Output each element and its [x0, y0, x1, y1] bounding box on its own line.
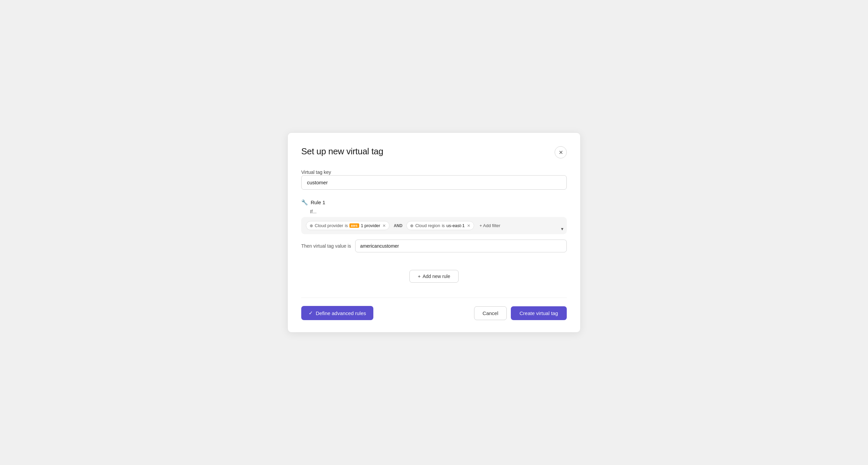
cancel-button[interactable]: Cancel [474, 306, 507, 320]
aws-badge: aws [349, 223, 359, 228]
cloud-region-globe-icon: ⊕ [410, 223, 413, 228]
add-filter-button[interactable]: + Add filter [477, 221, 503, 230]
modal-header: Set up new virtual tag ✕ [301, 146, 567, 158]
define-rules-label: Define advanced rules [316, 310, 366, 316]
rule-icon: 🔧 [301, 199, 308, 206]
add-rule-label: Add new rule [423, 274, 450, 279]
close-button[interactable]: ✕ [555, 146, 567, 158]
add-rule-container: + Add new rule [301, 262, 567, 285]
and-label: AND [392, 223, 404, 228]
modal-overlay: Set up new virtual tag ✕ Virtual tag key… [0, 0, 868, 465]
virtual-tag-key-input[interactable] [301, 175, 567, 190]
then-value-input[interactable] [355, 240, 567, 252]
virtual-tag-key-label: Virtual tag key [301, 169, 331, 175]
define-rules-check-icon: ✓ [309, 310, 313, 316]
cloud-provider-chip: ⊕ Cloud provider is aws 1 provider ✕ [306, 221, 390, 230]
modal-title: Set up new virtual tag [301, 146, 383, 157]
cloud-provider-close-icon[interactable]: ✕ [382, 223, 386, 228]
virtual-tag-key-section: Virtual tag key [301, 169, 567, 190]
cloud-region-op: is [442, 223, 445, 228]
then-row: Then virtual tag value is [301, 240, 567, 252]
cloud-region-chip: ⊕ Cloud region is us-east-1 ✕ [406, 221, 474, 230]
define-advanced-rules-button[interactable]: ✓ Define advanced rules [301, 306, 373, 320]
then-label: Then virtual tag value is [301, 243, 351, 249]
modal-dialog: Set up new virtual tag ✕ Virtual tag key… [287, 132, 581, 333]
add-rule-plus-icon: + [418, 274, 421, 279]
modal-footer: ✓ Define advanced rules Cancel Create vi… [301, 298, 567, 320]
add-new-rule-button[interactable]: + Add new rule [409, 270, 459, 283]
cloud-provider-label: Cloud provider [315, 223, 343, 228]
rule-1-section: 🔧 Rule 1 If... ⊕ Cloud provider is aws 1… [301, 199, 567, 252]
cloud-provider-globe-icon: ⊕ [310, 223, 313, 228]
cloud-region-close-icon[interactable]: ✕ [467, 223, 470, 228]
cloud-provider-op: is [345, 223, 348, 228]
rule-header: 🔧 Rule 1 [301, 199, 567, 206]
cloud-provider-value: 1 provider [361, 223, 380, 228]
chevron-down-icon: ▾ [561, 226, 563, 231]
footer-right-actions: Cancel Create virtual tag [474, 306, 567, 320]
close-icon: ✕ [559, 149, 563, 156]
create-virtual-tag-button[interactable]: Create virtual tag [511, 306, 567, 320]
cloud-region-label: Cloud region [415, 223, 440, 228]
if-label: If... [310, 209, 567, 214]
add-filter-label: + Add filter [479, 223, 500, 228]
rule-title: Rule 1 [311, 199, 325, 205]
filter-bar: ⊕ Cloud provider is aws 1 provider ✕ AND… [301, 217, 567, 234]
chevron-down-button[interactable]: ▾ [561, 226, 563, 231]
cloud-region-value: us-east-1 [446, 223, 465, 228]
